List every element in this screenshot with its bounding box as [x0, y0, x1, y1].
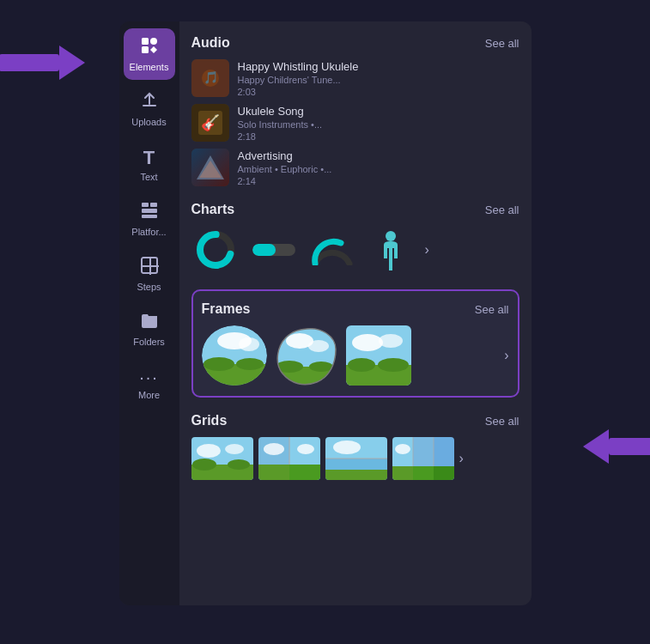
- svg-point-36: [352, 334, 383, 351]
- frame-circle[interactable]: [202, 325, 267, 386]
- audio-thumb-1: 🎸: [191, 104, 229, 142]
- left-arrow-head: [59, 46, 85, 80]
- audio-section: Audio See all 🎵 Happy Whis: [191, 35, 519, 186]
- left-arrow-body: [0, 54, 59, 71]
- grid-item-3[interactable]: [392, 437, 454, 480]
- frames-title: Frames: [202, 301, 251, 317]
- chart-person[interactable]: [367, 226, 415, 274]
- svg-point-31: [308, 340, 329, 352]
- svg-point-52: [297, 444, 314, 454]
- scene: Elements Uploads T Text: [76, 21, 574, 623]
- right-arrow-body: [609, 438, 651, 455]
- grids-see-all[interactable]: See all: [485, 415, 519, 428]
- svg-point-22: [386, 231, 396, 241]
- uploads-label: Uploads: [131, 117, 166, 127]
- svg-rect-0: [142, 38, 149, 45]
- svg-rect-6: [142, 209, 157, 213]
- frame-blob[interactable]: [274, 325, 339, 386]
- audio-item-0[interactable]: 🎵 Happy Whistling Ukulele Happy Children…: [191, 59, 519, 97]
- charts-header: Charts See all: [191, 202, 519, 217]
- charts-see-all[interactable]: See all: [485, 204, 519, 216]
- svg-point-34: [309, 361, 333, 372]
- svg-point-39: [348, 358, 375, 372]
- elements-label: Elements: [130, 62, 169, 72]
- sidebar-item-steps[interactable]: Steps: [124, 248, 175, 300]
- sidebar: Elements Uploads T Text: [119, 21, 179, 605]
- audio-sub-1: Solo Instruments •...: [238, 119, 323, 130]
- svg-rect-67: [434, 466, 454, 480]
- audio-name-0: Happy Whistling Ukulele: [238, 60, 359, 73]
- left-arrow: [0, 46, 85, 80]
- svg-point-40: [378, 358, 409, 372]
- audio-sub-2: Ambient • Euphoric •...: [238, 164, 332, 174]
- audio-see-all[interactable]: See all: [485, 37, 519, 50]
- svg-rect-4: [142, 203, 149, 207]
- grids-row: ›: [191, 437, 519, 480]
- svg-point-64: [395, 444, 410, 454]
- charts-section: Charts See all: [191, 202, 519, 274]
- svg-rect-58: [325, 470, 387, 480]
- svg-point-27: [204, 357, 234, 371]
- audio-item-2[interactable]: Advertising Ambient • Euphoric •... 2:14: [191, 149, 519, 186]
- steps-label: Steps: [137, 282, 161, 292]
- frame-rect[interactable]: [346, 325, 411, 386]
- audio-name-2: Advertising: [238, 149, 332, 162]
- sidebar-item-folders[interactable]: Folders: [124, 303, 175, 355]
- svg-marker-3: [150, 46, 157, 53]
- svg-point-28: [236, 358, 264, 370]
- charts-row: ›: [191, 226, 519, 274]
- frames-header: Frames See all: [202, 301, 509, 317]
- audio-duration-1: 2:18: [238, 131, 323, 142]
- svg-point-50: [264, 443, 284, 455]
- audio-list: 🎵 Happy Whistling Ukulele Happy Children…: [191, 59, 519, 186]
- uploads-icon: [140, 91, 159, 114]
- svg-rect-2: [142, 46, 149, 53]
- frames-row: ›: [202, 325, 509, 386]
- grid-item-1[interactable]: [258, 437, 320, 480]
- text-icon: T: [143, 147, 155, 169]
- platform-label: Platfor...: [131, 227, 166, 237]
- svg-point-37: [379, 334, 403, 348]
- folders-icon: [140, 311, 159, 334]
- chart-bar[interactable]: [250, 226, 298, 274]
- elements-icon: [140, 36, 159, 59]
- sidebar-item-more[interactable]: ··· More: [124, 358, 175, 410]
- audio-sub-0: Happy Childrens' Tune...: [238, 75, 359, 85]
- svg-rect-53: [289, 465, 320, 480]
- audio-thumb-2: [191, 149, 229, 186]
- charts-chevron-icon[interactable]: ›: [425, 242, 429, 258]
- right-arrow-head: [583, 429, 609, 464]
- sidebar-item-platform[interactable]: Platfor...: [124, 193, 175, 245]
- frames-chevron-icon[interactable]: ›: [504, 348, 508, 363]
- sidebar-item-uploads[interactable]: Uploads: [124, 83, 175, 135]
- audio-duration-2: 2:14: [238, 176, 332, 186]
- folders-label: Folders: [133, 337, 165, 347]
- frames-section: Frames See all: [191, 289, 519, 398]
- svg-point-42: [197, 444, 221, 458]
- frames-see-all[interactable]: See all: [475, 303, 509, 316]
- audio-item-1[interactable]: 🎸 Ukulele Song Solo Instruments •... 2:1…: [191, 104, 519, 142]
- platform-icon: [140, 201, 159, 224]
- bar-fill: [252, 244, 276, 256]
- svg-rect-51: [258, 465, 289, 480]
- audio-duration-0: 2:03: [238, 87, 359, 97]
- chart-donut[interactable]: [191, 226, 240, 274]
- grids-chevron-icon[interactable]: ›: [459, 451, 464, 466]
- sidebar-item-elements[interactable]: Elements: [124, 28, 175, 80]
- svg-point-43: [225, 444, 244, 454]
- svg-rect-1: [150, 38, 157, 45]
- sidebar-item-text[interactable]: T Text: [124, 138, 175, 190]
- grid-item-2[interactable]: [325, 437, 387, 480]
- audio-header: Audio See all: [191, 35, 519, 51]
- audio-info-1: Ukulele Song Solo Instruments •... 2:18: [238, 105, 323, 142]
- svg-rect-66: [413, 466, 434, 480]
- chart-arc[interactable]: [308, 226, 356, 274]
- svg-text:🎸: 🎸: [201, 113, 221, 132]
- grid-item-0[interactable]: [191, 437, 253, 480]
- svg-text:🎵: 🎵: [203, 70, 218, 85]
- svg-point-57: [333, 440, 361, 454]
- svg-rect-65: [392, 466, 413, 480]
- grids-header: Grids See all: [191, 413, 519, 428]
- grids-section: Grids See all: [191, 413, 519, 480]
- right-arrow: [583, 429, 651, 464]
